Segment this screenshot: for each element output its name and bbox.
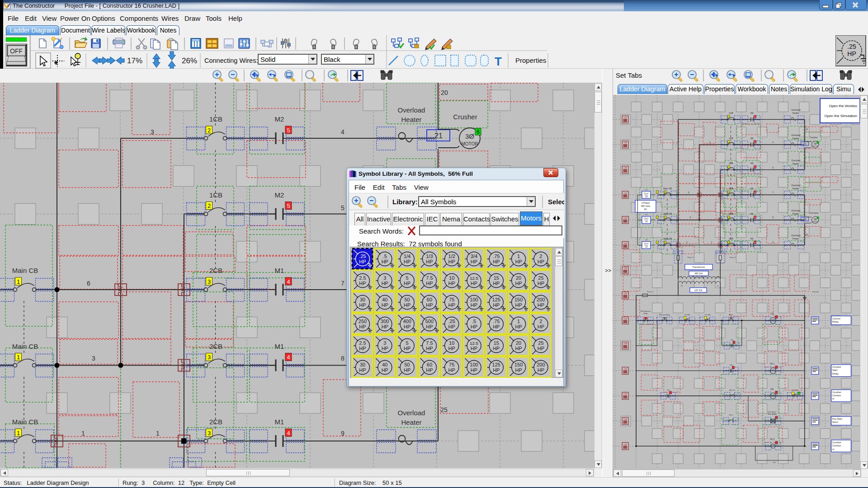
svg-text:HP: HP — [515, 367, 522, 373]
svg-text:Overload: Overload — [791, 235, 800, 237]
svg-text:4: 4 — [773, 141, 774, 144]
svg-text:300: 300 — [381, 319, 389, 324]
svg-text:480: 480 — [645, 221, 648, 223]
svg-text:Start: Start — [729, 314, 733, 316]
svg-text:HP: HP — [493, 259, 500, 264]
svg-text:HP: HP — [448, 324, 455, 329]
svg-text:HP: HP — [426, 281, 433, 286]
svg-text:Heater: Heater — [793, 237, 799, 240]
svg-text:250: 250 — [359, 319, 367, 324]
svg-text:Contact: Contact — [832, 444, 841, 447]
svg-text:MOTOR: MOTOR — [812, 145, 818, 147]
svg-text:Overload: Overload — [791, 108, 800, 111]
svg-text:120 Volt: 120 Volt — [694, 289, 703, 291]
svg-text:HP: HP — [493, 346, 500, 351]
svg-text:Heater: Heater — [793, 112, 799, 114]
svg-text:15: 15 — [494, 340, 499, 346]
svg-text:Heater: Heater — [793, 162, 799, 165]
svg-text:Overload: Overload — [791, 184, 800, 187]
svg-text:Point: Point — [644, 244, 648, 246]
svg-text:Point: Point — [644, 194, 648, 196]
svg-text:Pre-Start: Pre-Start — [768, 413, 777, 415]
svg-text:HP: HP — [515, 281, 522, 286]
svg-text:LINE: LINE — [623, 142, 627, 144]
svg-text:Selec: Selec — [548, 198, 564, 206]
svg-text:2CB: 2CB — [729, 212, 733, 215]
svg-text:480 Volts: 480 Volts — [641, 205, 651, 207]
svg-text:30: 30 — [360, 297, 365, 302]
svg-text:Heater: Heater — [793, 212, 799, 215]
svg-text:HP: HP — [538, 367, 544, 373]
svg-text:1/2: 1/2 — [448, 253, 455, 259]
svg-text:HP: HP — [538, 302, 544, 308]
svg-text:25: 25 — [538, 275, 543, 281]
svg-text:Pre-Start: Pre-Start — [768, 411, 776, 413]
svg-text:Fuse 1: Fuse 1 — [688, 256, 694, 258]
svg-text:HP: HP — [404, 324, 410, 329]
svg-text:HP: HP — [359, 302, 366, 308]
svg-text:HP: HP — [471, 281, 477, 286]
svg-text:.75: .75 — [493, 319, 500, 324]
svg-text:2: 2 — [539, 319, 542, 324]
svg-text:OL M2: OL M2 — [705, 314, 711, 316]
svg-text:15: 15 — [494, 275, 499, 281]
svg-text:T: T — [495, 55, 502, 68]
svg-text:HP: HP — [359, 324, 366, 329]
svg-text:L3: L3 — [645, 239, 647, 241]
svg-text:Overload: Overload — [791, 134, 800, 136]
svg-text:L2: L2 — [645, 213, 647, 216]
svg-text:LINE: LINE — [623, 444, 627, 446]
svg-text:40: 40 — [382, 297, 387, 302]
svg-text:HP: HP — [515, 346, 522, 351]
svg-text:Control: Control — [832, 317, 840, 320]
svg-text:LINE: LINE — [623, 217, 627, 219]
svg-text:5: 5 — [773, 167, 774, 169]
svg-text:M2: M2 — [750, 162, 754, 164]
svg-text:125: 125 — [492, 297, 500, 302]
svg-text:HP: HP — [382, 259, 388, 264]
svg-text:H4: H4 — [717, 276, 719, 278]
svg-text:TR 1: TR 1 — [769, 362, 774, 365]
svg-text:X1: X1 — [681, 285, 683, 287]
svg-text:Fuse 2: Fuse 2 — [730, 256, 736, 258]
svg-text:LINE: LINE — [623, 117, 627, 119]
svg-text:200: 200 — [537, 297, 545, 302]
svg-text:.25: .25 — [359, 253, 366, 259]
svg-text:3-Phase: 3-Phase — [642, 202, 650, 204]
svg-text:Main CB: Main CB — [663, 187, 672, 190]
svg-text:480: 480 — [645, 196, 648, 198]
svg-text:HP: HP — [471, 259, 477, 264]
svg-text:HP: HP — [382, 302, 388, 308]
svg-text:Stop: Stop — [644, 312, 648, 314]
svg-text:Pre-Start: Pre-Start — [832, 418, 843, 420]
svg-text:200: 200 — [537, 362, 545, 367]
svg-text:3: 3 — [690, 216, 691, 219]
svg-text:1/3: 1/3 — [426, 253, 433, 259]
svg-text:10: 10 — [449, 340, 454, 346]
svg-text:480: 480 — [645, 246, 648, 248]
svg-text:Conveyor: Conveyor — [809, 211, 819, 214]
svg-text:HP: HP — [382, 281, 388, 286]
svg-text:Transformer: Transformer — [692, 266, 705, 268]
svg-text:2.5: 2.5 — [359, 275, 366, 281]
svg-text:Power: Power — [644, 243, 649, 244]
svg-text:3/4: 3/4 — [471, 253, 477, 259]
svg-text:X2: X2 — [717, 285, 718, 287]
svg-text:Power: Power — [644, 192, 649, 194]
svg-text:HP: HP — [538, 324, 544, 329]
svg-text:M1: M1 — [750, 187, 754, 190]
svg-text:H2: H2 — [702, 276, 704, 278]
svg-text:HP: HP — [448, 302, 455, 308]
svg-text:40: 40 — [382, 362, 387, 367]
svg-text:M1: M1 — [750, 212, 754, 215]
svg-text:Library:: Library: — [392, 198, 418, 206]
svg-text:Main CB: Main CB — [663, 212, 672, 215]
svg-text:HP: HP — [359, 346, 366, 351]
svg-text:MOTOR: MOTOR — [812, 221, 818, 223]
svg-text:CR: CR — [770, 312, 774, 315]
svg-text:2: 2 — [539, 253, 542, 259]
svg-text:LINE: LINE — [623, 318, 627, 320]
svg-text:AC: AC — [644, 208, 647, 211]
svg-text:500: 500 — [425, 319, 434, 324]
svg-text:Main CB: Main CB — [663, 237, 672, 240]
